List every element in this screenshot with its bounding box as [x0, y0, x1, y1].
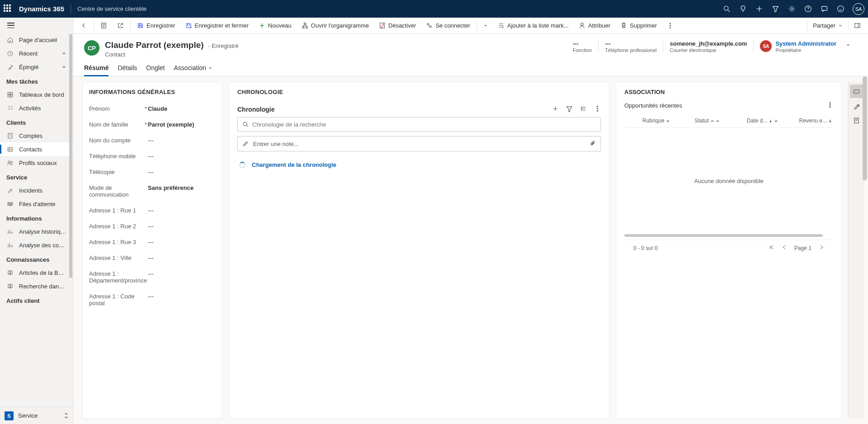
area-switcher[interactable]: S Service	[0, 407, 73, 424]
new-button[interactable]: Nouveau	[254, 19, 296, 33]
connect-button[interactable]: Se connecter	[421, 19, 475, 33]
nav-contacts[interactable]: Contacts	[0, 142, 73, 156]
timeline-add-button[interactable]	[552, 105, 559, 113]
section-title: ASSOCIATION	[624, 89, 833, 95]
field-street1[interactable]: Adresse 1 : Rue 1---	[89, 203, 216, 218]
tab-details[interactable]: Détails	[118, 64, 137, 76]
nav-hist-analysis[interactable]: Analyse historiqu...	[0, 225, 73, 238]
horizontal-scrollbar[interactable]	[624, 234, 823, 237]
svg-point-25	[670, 23, 671, 24]
assoc-more-button[interactable]	[827, 102, 833, 109]
help-icon[interactable]	[804, 5, 812, 13]
field-account[interactable]: Nom du compte---	[89, 132, 216, 148]
tab-summary[interactable]: Résumé	[84, 64, 108, 76]
nav-dashboards[interactable]: Tableaux de bord	[0, 88, 73, 101]
nav-queues[interactable]: Files d'attente	[0, 197, 73, 211]
timeline-search[interactable]	[237, 117, 601, 132]
note-placeholder: Entrer une note...	[253, 141, 298, 147]
filter-icon[interactable]	[771, 5, 779, 13]
prev-page-button[interactable]	[782, 245, 787, 251]
back-button[interactable]	[76, 19, 92, 33]
field-firstname[interactable]: Prénom*Claude	[89, 101, 216, 117]
plus-icon	[259, 22, 265, 29]
more-vertical-icon	[667, 22, 674, 29]
timeline-sort-button[interactable]	[580, 105, 587, 113]
attach-button[interactable]	[590, 140, 596, 148]
col-topic[interactable]: Rubrique	[624, 118, 677, 124]
search-icon[interactable]	[722, 5, 731, 13]
field-label: Prénom*	[89, 105, 143, 112]
assign-button[interactable]: Attribuer	[574, 19, 615, 33]
delete-button[interactable]: Supprimer	[616, 19, 661, 33]
chart-icon	[6, 241, 14, 249]
field-label: Télécopie	[89, 169, 143, 175]
brand-label: Dynamics 365	[19, 5, 64, 13]
save-button[interactable]: Enregistrer	[132, 19, 180, 33]
nav-pinned[interactable]: Épinglé	[0, 60, 73, 74]
field-fax[interactable]: Télécopie---	[89, 164, 216, 180]
spinner-icon	[239, 162, 245, 168]
nav-accounts[interactable]: Comptes	[0, 129, 73, 142]
meta-function[interactable]: --- Fonction	[566, 40, 598, 53]
rail-related-button[interactable]	[850, 85, 863, 98]
nav-activities[interactable]: Activités	[0, 101, 73, 115]
field-state[interactable]: Adresse 1 : Département/province---	[89, 266, 216, 288]
settings-icon[interactable]	[788, 5, 796, 13]
nav-kb-articles[interactable]: Articles de la Base...	[0, 266, 73, 279]
nav-conn-analysis[interactable]: Analyse des conn...	[0, 238, 73, 252]
field-mobile[interactable]: Téléphone mobile---	[89, 148, 216, 164]
chat-icon[interactable]	[820, 5, 828, 13]
user-avatar[interactable]: SA	[853, 3, 864, 15]
tab-association[interactable]: Association	[174, 64, 213, 76]
form-selector[interactable]	[96, 19, 112, 33]
deactivate-button[interactable]: Désactiver	[374, 19, 420, 33]
meta-email[interactable]: someone_jh@example.com Courrier électron…	[663, 40, 753, 53]
first-page-button[interactable]	[769, 245, 774, 251]
rail-knowledge-button[interactable]	[850, 113, 863, 127]
add-to-list-button[interactable]: Ajouter à la liste mark...	[493, 19, 573, 33]
field-street3[interactable]: Adresse 1 : Rue 3---	[89, 234, 216, 250]
nav-cases[interactable]: Incidents	[0, 184, 73, 197]
col-date[interactable]: Date d...	[729, 118, 781, 124]
nav-home[interactable]: Page d'accueil	[0, 33, 73, 47]
timeline-filter-button[interactable]	[566, 105, 573, 113]
side-pane-button[interactable]	[849, 19, 865, 33]
field-comm-mode[interactable]: Mode de communicationSans préférence	[89, 180, 216, 203]
nav-social[interactable]: Profils sociaux	[0, 156, 73, 170]
meta-owner[interactable]: SA System Administrator Propriétaire	[753, 40, 857, 53]
col-status[interactable]: Statut	[677, 118, 729, 124]
connect-dropdown[interactable]	[479, 19, 492, 33]
timeline-search-input[interactable]	[252, 121, 596, 128]
nav-recent[interactable]: Récent	[0, 47, 73, 60]
lightbulb-icon[interactable]	[739, 5, 747, 13]
app-launcher-icon[interactable]	[4, 5, 13, 14]
field-zip[interactable]: Adresse 1 : Code postal---	[89, 288, 216, 311]
scrollbar-thumb[interactable]	[863, 76, 867, 180]
svg-point-23	[430, 26, 432, 28]
plus-icon[interactable]	[755, 5, 763, 13]
scrollbar-thumb[interactable]	[69, 34, 72, 278]
header-expand-button[interactable]	[845, 42, 851, 49]
nav-knowledge-search[interactable]: Recherche dans la...	[0, 279, 73, 293]
field-city[interactable]: Adresse 1 : Ville---	[89, 250, 216, 266]
owner-link[interactable]: System Administrator	[775, 40, 836, 47]
field-lastname[interactable]: Nom de famille*Parrot (exemple)	[89, 117, 216, 132]
next-page-button[interactable]	[819, 245, 824, 251]
rail-tools-button[interactable]	[850, 99, 863, 113]
divider	[71, 5, 71, 14]
field-street2[interactable]: Adresse 1 : Rue 2---	[89, 218, 216, 234]
col-revenue[interactable]: Revenu e...	[781, 118, 834, 124]
org-chart-button[interactable]: Ouvrir l'organigramme	[297, 19, 373, 33]
save-close-button[interactable]: Enregistrer et fermer	[181, 19, 253, 33]
checklist-icon	[6, 104, 14, 112]
timeline-more-button[interactable]	[594, 105, 601, 113]
share-button[interactable]: Partager	[808, 19, 847, 33]
collapse-sidebar-button[interactable]	[0, 18, 73, 33]
overflow-button[interactable]	[662, 19, 678, 33]
smile-icon[interactable]	[836, 5, 844, 13]
meta-phone[interactable]: --- Téléphone professionel	[598, 40, 663, 53]
timeline-note-input[interactable]: Entrer une note...	[237, 136, 601, 151]
app-name-label[interactable]: Centre de service clientèle	[77, 5, 146, 12]
tab-onglet[interactable]: Onglet	[146, 64, 165, 76]
popout-button[interactable]	[113, 19, 128, 33]
